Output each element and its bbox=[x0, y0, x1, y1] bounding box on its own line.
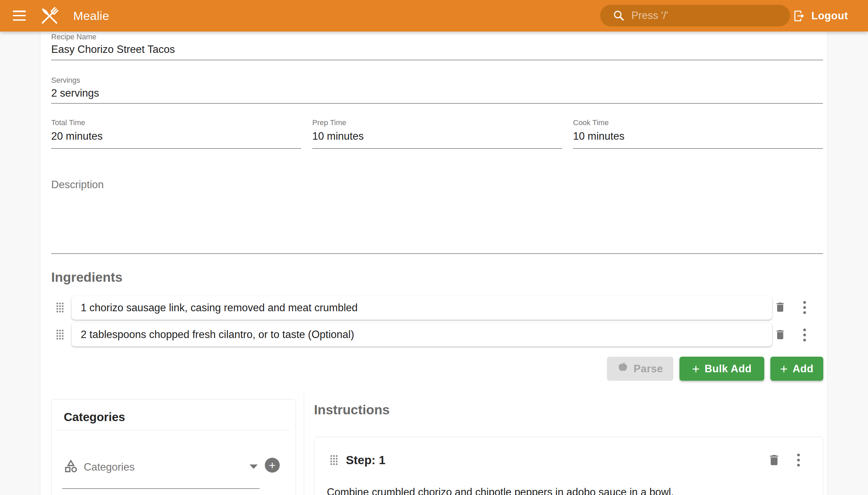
logout-button[interactable]: Logout bbox=[793, 0, 848, 32]
recipe-name-label: Recipe Name bbox=[51, 33, 96, 41]
description-underline bbox=[51, 253, 823, 254]
ingredient-menu-kebab-icon[interactable] bbox=[803, 301, 806, 314]
app-title: Mealie bbox=[73, 0, 109, 32]
bulk-add-button-label: Bulk Add bbox=[704, 363, 752, 375]
categories-select[interactable]: Categories bbox=[84, 461, 135, 473]
drag-handle-icon[interactable] bbox=[330, 455, 338, 465]
app-bar: Mealie Logout bbox=[0, 0, 868, 32]
description-textarea[interactable] bbox=[51, 190, 823, 244]
ingredients-heading: Ingredients bbox=[51, 270, 122, 285]
add-button-label: Add bbox=[793, 363, 813, 375]
categories-card-title: Categories bbox=[64, 410, 125, 424]
search-bar[interactable] bbox=[600, 5, 790, 27]
apple-icon bbox=[617, 362, 629, 376]
recipe-name-input[interactable]: Easy Chorizo Street Tacos bbox=[51, 44, 175, 56]
categories-select-underline bbox=[62, 488, 260, 489]
create-category-button[interactable]: + bbox=[265, 458, 280, 473]
drag-handle-icon[interactable] bbox=[56, 302, 64, 313]
ingredient-menu-kebab-icon[interactable] bbox=[803, 328, 806, 341]
mealie-recipe-edit-page: Recipe Name Easy Chorizo Street Tacos Se… bbox=[0, 0, 868, 495]
total-time-underline bbox=[51, 148, 301, 149]
instructions-heading: Instructions bbox=[314, 403, 390, 417]
categories-title-divider bbox=[57, 430, 290, 430]
search-icon bbox=[612, 9, 625, 22]
servings-input[interactable]: 2 servings bbox=[51, 87, 99, 99]
menu-hamburger-icon[interactable] bbox=[13, 11, 26, 21]
ingredient-row[interactable]: 2 tablespoons chopped fresh cilantro, or… bbox=[71, 323, 772, 346]
ingredient-text-input[interactable]: 2 tablespoons chopped fresh cilantro, or… bbox=[81, 328, 354, 341]
servings-underline bbox=[51, 103, 823, 104]
plus-icon: + bbox=[780, 362, 788, 375]
step-description-textarea[interactable]: Combine crumbled chorizo and chipotle pe… bbox=[327, 485, 808, 495]
bulk-add-button[interactable]: + Bulk Add bbox=[680, 357, 764, 381]
mealie-logo-icon bbox=[37, 4, 62, 28]
plus-icon: + bbox=[692, 362, 700, 375]
search-input[interactable] bbox=[631, 9, 775, 22]
prep-time-label: Prep Time bbox=[312, 118, 346, 127]
total-time-label: Total Time bbox=[51, 118, 85, 127]
delete-step-icon[interactable] bbox=[767, 453, 781, 468]
parse-button-label: Parse bbox=[634, 363, 663, 375]
cook-time-underline bbox=[573, 148, 823, 149]
step-menu-kebab-icon[interactable] bbox=[797, 454, 800, 466]
drag-handle-icon[interactable] bbox=[56, 329, 64, 340]
step-title: Step: 1 bbox=[346, 453, 386, 467]
servings-label: Servings bbox=[51, 76, 80, 85]
logout-icon bbox=[793, 10, 806, 22]
prep-time-underline bbox=[312, 148, 562, 149]
ingredient-text-input[interactable]: 1 chorizo sausage link, casing removed a… bbox=[81, 302, 358, 314]
cook-time-input[interactable]: 10 minutes bbox=[573, 130, 625, 142]
description-label: Description bbox=[51, 179, 104, 191]
delete-ingredient-icon[interactable] bbox=[774, 328, 786, 342]
chevron-down-icon[interactable] bbox=[250, 464, 258, 469]
total-time-input[interactable]: 20 minutes bbox=[51, 130, 103, 142]
shapes-category-icon bbox=[63, 458, 79, 475]
add-ingredient-button[interactable]: + Add bbox=[770, 357, 823, 381]
parse-button[interactable]: Parse bbox=[607, 357, 674, 381]
recipe-name-underline bbox=[51, 60, 823, 61]
prep-time-input[interactable]: 10 minutes bbox=[312, 130, 364, 142]
plus-icon: + bbox=[269, 459, 276, 472]
ingredient-row[interactable]: 1 chorizo sausage link, casing removed a… bbox=[71, 296, 772, 320]
logout-label: Logout bbox=[811, 10, 848, 22]
cook-time-label: Cook Time bbox=[573, 118, 609, 127]
column-divider bbox=[304, 394, 304, 495]
delete-ingredient-icon[interactable] bbox=[774, 301, 786, 315]
